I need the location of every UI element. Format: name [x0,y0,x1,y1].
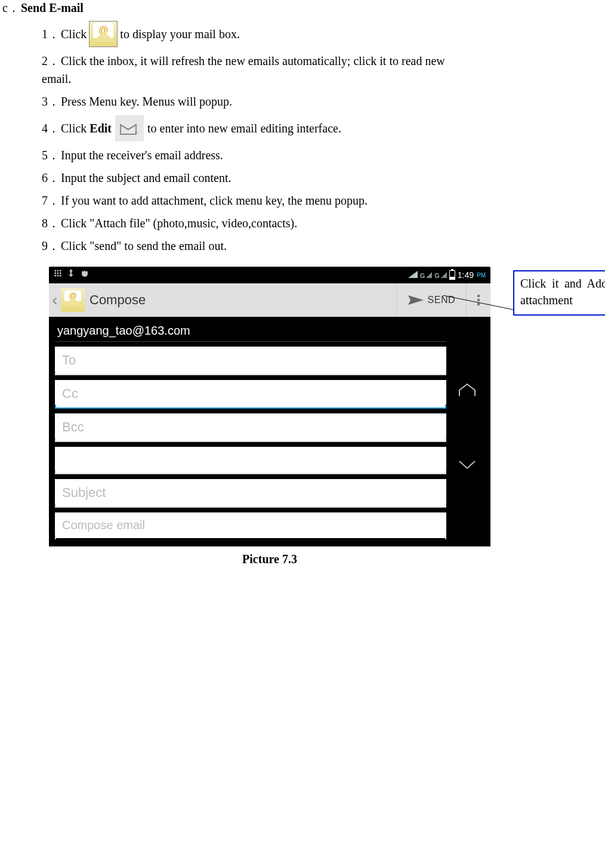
to-field[interactable]: To [55,347,446,375]
usb-icon [68,269,74,281]
step-3: 3． Press Menu key. Menus will popup. [42,92,581,110]
step-2: 2．Click the inbox, it will refresh the n… [42,52,477,70]
svg-point-8 [57,275,59,277]
blank-field[interactable] [55,447,446,474]
send-icon [408,294,424,306]
figure-caption: Picture 7.3 [49,552,490,566]
subject-field[interactable]: Subject [55,479,446,508]
cc-field[interactable]: Cc [55,380,446,409]
step-number: 4． [42,119,61,137]
instruction-list: 1． Click to display your mail box. 2．Cli… [0,21,581,255]
step-text: If you want to add attachment, click men… [61,191,368,209]
svg-point-6 [60,273,61,274]
step-5: 5． Input the receiver's email address. [42,146,581,164]
step-text: Input the receiver's email address. [61,146,223,164]
svg-point-5 [57,273,59,274]
bcc-placeholder: Bcc [62,419,84,434]
step-text: Click the inbox, it will refresh the new… [61,54,445,67]
step-text-after: to display your mail box. [120,25,240,43]
svg-rect-11 [82,271,88,273]
svg-point-13 [85,271,87,272]
battery-icon [449,270,455,280]
clock-ampm: PM [477,272,486,279]
step-8: 8． Click "Attach file" (photo,music, vid… [42,214,581,232]
step-text-before: Click [61,25,87,43]
step-bold-word: Edit [89,119,112,137]
home-button[interactable] [458,383,476,400]
from-address[interactable]: yangyang_tao@163.com [55,318,446,342]
dialer-icon [54,269,62,281]
section-heading: c．Send E-mail [0,0,581,16]
svg-point-1 [54,270,56,271]
cc-placeholder: Cc [62,386,78,401]
step-7: 7． If you want to add attachment, click … [42,191,581,209]
step-9: 9． Click "send" to send the email out. [42,237,581,255]
signal-2: G [434,271,447,279]
step-number: 9． [42,237,61,255]
step-number: 1． [42,25,61,43]
system-nav-rail [450,318,484,538]
body-placeholder: Compose email [62,518,145,532]
send-label: SEND [428,295,455,305]
compose-edit-icon: + [115,115,144,141]
svg-point-9 [60,275,61,277]
email-app-icon[interactable] [61,288,85,312]
step-number: 2． [42,52,61,70]
step-number: 3． [42,92,61,110]
section-letter: c． [2,1,20,14]
ime-collapse-button[interactable] [458,460,476,474]
to-placeholder: To [62,353,76,367]
section-title-text: Send E-mail [21,1,84,14]
step-text-after: to enter into new email editing interfac… [147,119,341,137]
clock-time: 1:49 [458,270,474,280]
step-number: 7． [42,191,61,209]
step-4: 4． Click Edit + to enter into new email … [42,115,581,141]
step-6: 6． Input the subject and email content. [42,169,581,187]
step-1: 1． Click to display your mail box. [42,21,581,47]
signal-1: G [420,271,433,279]
svg-point-12 [83,271,84,272]
svg-point-7 [54,275,56,277]
email-body-field[interactable]: Compose email [55,512,446,538]
svg-text:+: + [134,128,138,135]
back-button[interactable]: ‹ [49,291,61,310]
step-number: 8． [42,214,61,232]
step-text: Press Menu key. Menus will popup. [61,92,232,110]
step-text: Input the subject and email content. [61,169,231,187]
app-action-bar: ‹ Compose SEND [49,283,490,317]
bcc-field[interactable]: Bcc [55,413,446,442]
svg-point-4 [54,273,56,274]
android-status-bar: G G 1:49 PM [49,267,490,283]
compose-email-screenshot: G G 1:49 PM ‹ Compose SEND [49,267,490,546]
wifi-icon [408,271,418,280]
step-text-before: Click [61,119,87,137]
callout-annotation: Click it and Add attachment [513,270,605,316]
step-2-cont: email. [42,70,581,88]
svg-point-3 [60,270,61,271]
step-text: Click "send" to send the email out. [61,237,227,255]
screen-title: Compose [89,292,146,308]
email-app-icon [89,21,118,47]
step-number: 6． [42,169,61,187]
subject-placeholder: Subject [62,485,106,500]
step-text: Click "Attach file" (photo,music, video,… [61,214,297,232]
step-number: 5． [42,146,61,164]
overflow-menu-button[interactable] [466,283,490,317]
svg-point-2 [57,270,59,271]
send-button[interactable]: SEND [396,283,466,317]
android-debug-icon [80,269,89,281]
